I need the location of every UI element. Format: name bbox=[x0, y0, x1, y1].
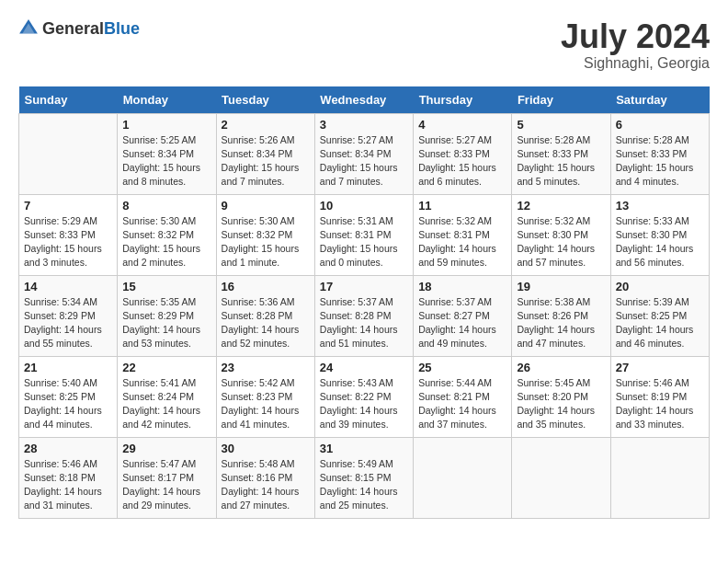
day-cell: 4Sunrise: 5:27 AM Sunset: 8:33 PM Daylig… bbox=[414, 113, 512, 194]
month-title: July 2024 bbox=[561, 18, 710, 55]
day-cell: 20Sunrise: 5:39 AM Sunset: 8:25 PM Dayli… bbox=[610, 275, 709, 356]
day-info: Sunrise: 5:36 AM Sunset: 8:28 PM Dayligh… bbox=[222, 295, 310, 351]
day-info: Sunrise: 5:32 AM Sunset: 8:31 PM Dayligh… bbox=[418, 214, 506, 270]
weekday-header-sunday: Sunday bbox=[19, 86, 118, 114]
day-info: Sunrise: 5:37 AM Sunset: 8:28 PM Dayligh… bbox=[320, 295, 408, 351]
day-number: 12 bbox=[517, 199, 605, 213]
day-cell bbox=[610, 437, 709, 518]
day-info: Sunrise: 5:40 AM Sunset: 8:25 PM Dayligh… bbox=[24, 376, 112, 432]
day-info: Sunrise: 5:30 AM Sunset: 8:32 PM Dayligh… bbox=[222, 214, 310, 270]
weekday-header-tuesday: Tuesday bbox=[216, 86, 314, 114]
day-cell: 30Sunrise: 5:48 AM Sunset: 8:16 PM Dayli… bbox=[216, 437, 314, 518]
day-cell: 19Sunrise: 5:38 AM Sunset: 8:26 PM Dayli… bbox=[512, 275, 610, 356]
calendar-table: SundayMondayTuesdayWednesdayThursdayFrid… bbox=[18, 86, 710, 519]
day-cell: 15Sunrise: 5:35 AM Sunset: 8:29 PM Dayli… bbox=[118, 275, 216, 356]
day-info: Sunrise: 5:28 AM Sunset: 8:33 PM Dayligh… bbox=[517, 133, 605, 190]
day-info: Sunrise: 5:25 AM Sunset: 8:34 PM Dayligh… bbox=[122, 133, 210, 190]
day-info: Sunrise: 5:33 AM Sunset: 8:30 PM Dayligh… bbox=[616, 214, 704, 270]
day-cell: 9Sunrise: 5:30 AM Sunset: 8:32 PM Daylig… bbox=[216, 194, 314, 275]
day-number: 28 bbox=[24, 442, 112, 455]
day-info: Sunrise: 5:39 AM Sunset: 8:25 PM Dayligh… bbox=[616, 295, 704, 351]
day-cell: 16Sunrise: 5:36 AM Sunset: 8:28 PM Dayli… bbox=[216, 275, 314, 356]
weekday-header-saturday: Saturday bbox=[610, 86, 709, 114]
day-cell: 28Sunrise: 5:46 AM Sunset: 8:18 PM Dayli… bbox=[19, 437, 118, 518]
logo-icon bbox=[18, 18, 39, 39]
day-number: 27 bbox=[616, 361, 704, 374]
day-number: 7 bbox=[24, 199, 112, 213]
day-cell: 27Sunrise: 5:46 AM Sunset: 8:19 PM Dayli… bbox=[610, 356, 709, 437]
day-cell: 12Sunrise: 5:32 AM Sunset: 8:30 PM Dayli… bbox=[512, 194, 610, 275]
day-info: Sunrise: 5:46 AM Sunset: 8:19 PM Dayligh… bbox=[616, 376, 704, 432]
week-row-1: 1Sunrise: 5:25 AM Sunset: 8:34 PM Daylig… bbox=[19, 113, 710, 194]
day-cell bbox=[414, 437, 512, 518]
day-number: 4 bbox=[418, 118, 506, 132]
day-number: 24 bbox=[320, 361, 408, 374]
logo-text: GeneralBlue bbox=[42, 20, 140, 38]
day-cell: 26Sunrise: 5:45 AM Sunset: 8:20 PM Dayli… bbox=[512, 356, 610, 437]
day-cell: 8Sunrise: 5:30 AM Sunset: 8:32 PM Daylig… bbox=[118, 194, 216, 275]
day-number: 2 bbox=[222, 118, 310, 132]
day-info: Sunrise: 5:47 AM Sunset: 8:17 PM Dayligh… bbox=[122, 457, 210, 513]
day-number: 9 bbox=[222, 199, 310, 213]
day-cell: 13Sunrise: 5:33 AM Sunset: 8:30 PM Dayli… bbox=[610, 194, 709, 275]
day-info: Sunrise: 5:49 AM Sunset: 8:15 PM Dayligh… bbox=[320, 457, 408, 513]
day-number: 30 bbox=[222, 442, 310, 455]
day-number: 5 bbox=[517, 118, 605, 132]
day-number: 20 bbox=[616, 280, 704, 293]
day-info: Sunrise: 5:32 AM Sunset: 8:30 PM Dayligh… bbox=[517, 214, 605, 270]
weekday-header-monday: Monday bbox=[118, 86, 216, 114]
day-number: 13 bbox=[616, 199, 704, 213]
logo: GeneralBlue bbox=[18, 18, 140, 39]
day-number: 31 bbox=[320, 442, 408, 455]
day-number: 15 bbox=[122, 280, 210, 293]
day-number: 3 bbox=[320, 118, 408, 132]
day-cell: 3Sunrise: 5:27 AM Sunset: 8:34 PM Daylig… bbox=[314, 113, 413, 194]
day-info: Sunrise: 5:27 AM Sunset: 8:33 PM Dayligh… bbox=[418, 133, 506, 190]
day-cell: 1Sunrise: 5:25 AM Sunset: 8:34 PM Daylig… bbox=[118, 113, 216, 194]
day-number: 29 bbox=[122, 442, 210, 455]
weekday-header-row: SundayMondayTuesdayWednesdayThursdayFrid… bbox=[19, 86, 710, 114]
day-info: Sunrise: 5:46 AM Sunset: 8:18 PM Dayligh… bbox=[24, 457, 112, 513]
day-info: Sunrise: 5:38 AM Sunset: 8:26 PM Dayligh… bbox=[517, 295, 605, 351]
day-info: Sunrise: 5:35 AM Sunset: 8:29 PM Dayligh… bbox=[122, 295, 210, 351]
page-header: GeneralBlue July 2024 Sighnaghi, Georgia bbox=[18, 18, 710, 72]
day-info: Sunrise: 5:44 AM Sunset: 8:21 PM Dayligh… bbox=[418, 376, 506, 432]
week-row-2: 7Sunrise: 5:29 AM Sunset: 8:33 PM Daylig… bbox=[19, 194, 710, 275]
weekday-header-thursday: Thursday bbox=[414, 86, 512, 114]
day-number: 22 bbox=[122, 361, 210, 374]
week-row-4: 21Sunrise: 5:40 AM Sunset: 8:25 PM Dayli… bbox=[19, 356, 710, 437]
day-cell bbox=[512, 437, 610, 518]
title-block: July 2024 Sighnaghi, Georgia bbox=[561, 18, 710, 72]
day-cell: 17Sunrise: 5:37 AM Sunset: 8:28 PM Dayli… bbox=[314, 275, 413, 356]
day-number: 8 bbox=[122, 199, 210, 213]
logo-blue: Blue bbox=[104, 19, 140, 38]
day-number: 23 bbox=[222, 361, 310, 374]
day-number: 16 bbox=[222, 280, 310, 293]
weekday-header-wednesday: Wednesday bbox=[314, 86, 413, 114]
day-number: 14 bbox=[24, 280, 112, 293]
day-info: Sunrise: 5:41 AM Sunset: 8:24 PM Dayligh… bbox=[122, 376, 210, 432]
day-cell: 11Sunrise: 5:32 AM Sunset: 8:31 PM Dayli… bbox=[414, 194, 512, 275]
weekday-header-friday: Friday bbox=[512, 86, 610, 114]
day-number: 21 bbox=[24, 361, 112, 374]
day-cell: 29Sunrise: 5:47 AM Sunset: 8:17 PM Dayli… bbox=[118, 437, 216, 518]
day-number: 26 bbox=[517, 361, 605, 374]
logo-general: General bbox=[42, 19, 104, 38]
day-number: 10 bbox=[320, 199, 408, 213]
day-number: 17 bbox=[320, 280, 408, 293]
day-number: 18 bbox=[418, 280, 506, 293]
week-row-5: 28Sunrise: 5:46 AM Sunset: 8:18 PM Dayli… bbox=[19, 437, 710, 518]
day-info: Sunrise: 5:45 AM Sunset: 8:20 PM Dayligh… bbox=[517, 376, 605, 432]
day-cell: 10Sunrise: 5:31 AM Sunset: 8:31 PM Dayli… bbox=[314, 194, 413, 275]
day-cell: 18Sunrise: 5:37 AM Sunset: 8:27 PM Dayli… bbox=[414, 275, 512, 356]
day-cell: 31Sunrise: 5:49 AM Sunset: 8:15 PM Dayli… bbox=[314, 437, 413, 518]
day-cell: 22Sunrise: 5:41 AM Sunset: 8:24 PM Dayli… bbox=[118, 356, 216, 437]
day-cell: 14Sunrise: 5:34 AM Sunset: 8:29 PM Dayli… bbox=[19, 275, 118, 356]
day-cell: 24Sunrise: 5:43 AM Sunset: 8:22 PM Dayli… bbox=[314, 356, 413, 437]
day-cell: 25Sunrise: 5:44 AM Sunset: 8:21 PM Dayli… bbox=[414, 356, 512, 437]
day-info: Sunrise: 5:28 AM Sunset: 8:33 PM Dayligh… bbox=[616, 133, 704, 190]
day-cell: 7Sunrise: 5:29 AM Sunset: 8:33 PM Daylig… bbox=[19, 194, 118, 275]
day-cell: 6Sunrise: 5:28 AM Sunset: 8:33 PM Daylig… bbox=[610, 113, 709, 194]
day-info: Sunrise: 5:31 AM Sunset: 8:31 PM Dayligh… bbox=[320, 214, 408, 270]
day-number: 1 bbox=[122, 118, 210, 132]
